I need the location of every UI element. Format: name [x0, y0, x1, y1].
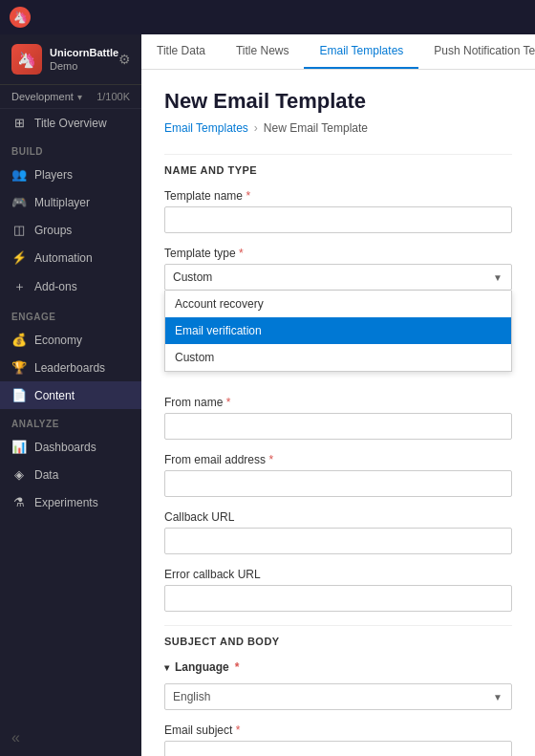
economy-icon: 💰 [11, 333, 27, 347]
sidebar-item-label: Leaderboards [34, 361, 105, 375]
sidebar-item-economy[interactable]: 💰 Economy [0, 326, 141, 354]
sidebar-item-groups[interactable]: ◫ Groups [0, 216, 141, 244]
sidebar-app-name: UnicornBattle [50, 46, 118, 59]
sidebar-item-multiplayer[interactable]: 🎮 Multiplayer [0, 188, 141, 216]
required-marker: * [236, 724, 241, 737]
tab-title-data[interactable]: Title Data [141, 34, 221, 69]
gear-icon[interactable]: ⚙ [118, 52, 131, 67]
breadcrumb-parent[interactable]: Email Templates [164, 121, 248, 135]
from-email-label: From email address * [164, 453, 512, 466]
sidebar-item-dashboards[interactable]: 📊 Dashboards [0, 433, 141, 461]
sidebar-section-engage: ENGAGE [0, 302, 141, 326]
tabs-bar: Title Data Title News Email Templates Pu… [141, 34, 535, 70]
overview-icon: ⊞ [11, 116, 27, 130]
dropdown-item-account-recovery[interactable]: Account recovery [165, 291, 511, 317]
required-marker: * [268, 453, 273, 466]
top-bar: 🦄 [0, 0, 535, 34]
error-callback-url-label: Error callback URL [164, 568, 512, 581]
experiments-icon: ⚗ [11, 495, 27, 509]
sidebar-item-label: Data [34, 468, 58, 482]
sidebar-item-label: Title Overview [34, 117, 107, 130]
from-name-label: From name * [164, 396, 512, 409]
env-label: Development ▾ [11, 91, 82, 102]
template-type-select[interactable]: Custom [164, 264, 512, 291]
callback-url-label: Callback URL [164, 510, 512, 524]
sidebar-item-automation[interactable]: ⚡ Automation [0, 244, 141, 271]
sidebar-section-build: BUILD [0, 137, 141, 161]
breadcrumb-separator: › [254, 121, 258, 135]
sidebar-item-overview[interactable]: ⊞ Title Overview [0, 109, 141, 137]
required-marker: * [226, 396, 231, 409]
env-count: 1/100K [96, 91, 130, 102]
sidebar-item-players[interactable]: 👥 Players [0, 161, 141, 188]
sidebar-item-label: Multiplayer [34, 196, 90, 209]
sidebar-item-label: Players [34, 168, 73, 182]
from-email-input[interactable] [164, 470, 512, 497]
callback-url-group: Callback URL [164, 510, 512, 554]
dropdown-item-email-verification[interactable]: Email verification [165, 317, 511, 344]
sidebar-item-label: Experiments [34, 496, 98, 509]
language-select[interactable]: English [164, 683, 512, 710]
error-callback-url-input[interactable] [164, 585, 512, 612]
sidebar-item-label: Dashboards [34, 441, 96, 454]
addons-icon: ＋ [11, 278, 27, 295]
sidebar-item-data[interactable]: ◈ Data [0, 461, 141, 488]
app-logo: 🦄 [10, 7, 31, 28]
tab-push-notifications[interactable]: Push Notification Templates [418, 34, 535, 69]
language-select-group: English [164, 683, 512, 710]
content-icon: 📄 [11, 388, 27, 402]
page-content: New Email Template Email Templates › New… [141, 70, 535, 756]
automation-icon: ⚡ [11, 250, 27, 265]
dashboards-icon: 📊 [11, 440, 27, 454]
language-section-header[interactable]: ▾ Language * [164, 660, 512, 674]
template-name-group: Template name * [164, 189, 512, 233]
template-type-label: Template type * [164, 247, 512, 260]
sidebar-item-content[interactable]: 📄 Content [0, 381, 141, 409]
email-subject-group: Email subject * [164, 724, 512, 756]
sidebar-app-info: UnicornBattle Demo [50, 46, 118, 74]
players-icon: 👥 [11, 167, 27, 182]
tab-email-templates[interactable]: Email Templates [304, 34, 418, 69]
sidebar-section-analyze: ANALYZE [0, 409, 141, 433]
sidebar-collapse[interactable]: « [0, 720, 141, 756]
sidebar-item-addons[interactable]: ＋ Add-ons [0, 271, 141, 302]
sidebar-logo: 🦄 [11, 44, 42, 75]
tab-title-news[interactable]: Title News [221, 34, 305, 69]
section-name-type: NAME AND TYPE [164, 154, 512, 176]
groups-icon: ◫ [11, 223, 27, 237]
sidebar: 🦄 UnicornBattle Demo ⚙ Development ▾ 1/1… [0, 34, 141, 756]
data-icon: ◈ [11, 467, 27, 482]
required-marker: * [246, 189, 250, 203]
sidebar-item-leaderboards[interactable]: 🏆 Leaderboards [0, 354, 141, 381]
multiplayer-icon: 🎮 [11, 195, 27, 209]
language-select-wrapper: English [164, 683, 512, 710]
sidebar-item-label: Automation [34, 251, 93, 265]
sidebar-item-label: Add-ons [34, 280, 77, 293]
sidebar-item-label: Economy [34, 334, 82, 347]
required-marker: * [239, 247, 244, 260]
language-label: Language [175, 660, 229, 674]
email-subject-input[interactable] [164, 741, 512, 756]
leaderboards-icon: 🏆 [11, 360, 27, 375]
chevron-down-icon: ▾ [164, 662, 169, 673]
email-subject-label: Email subject * [164, 724, 512, 737]
dropdown-item-custom[interactable]: Custom [165, 344, 511, 371]
template-name-input[interactable] [164, 206, 512, 233]
callback-url-input[interactable] [164, 528, 512, 554]
breadcrumb: Email Templates › New Email Template [164, 121, 512, 135]
from-name-input[interactable] [164, 413, 512, 440]
main-layout: 🦄 UnicornBattle Demo ⚙ Development ▾ 1/1… [0, 34, 535, 756]
error-callback-url-group: Error callback URL [164, 568, 512, 612]
page-title: New Email Template [164, 89, 512, 114]
sidebar-item-experiments[interactable]: ⚗ Experiments [0, 488, 141, 516]
from-email-group: From email address * [164, 453, 512, 497]
section-subject-body: SUBJECT AND BODY [164, 625, 512, 647]
template-name-label: Template name * [164, 189, 512, 203]
sidebar-app-header[interactable]: 🦄 UnicornBattle Demo ⚙ [0, 34, 141, 85]
sidebar-env[interactable]: Development ▾ 1/100K [0, 85, 141, 109]
template-type-select-wrapper: Custom [164, 264, 512, 291]
from-name-group: From name * [164, 396, 512, 440]
sidebar-app-sub: Demo [50, 59, 118, 73]
language-sub-section: ▾ Language * English Email subject * [164, 660, 512, 756]
breadcrumb-current: New Email Template [264, 121, 368, 135]
